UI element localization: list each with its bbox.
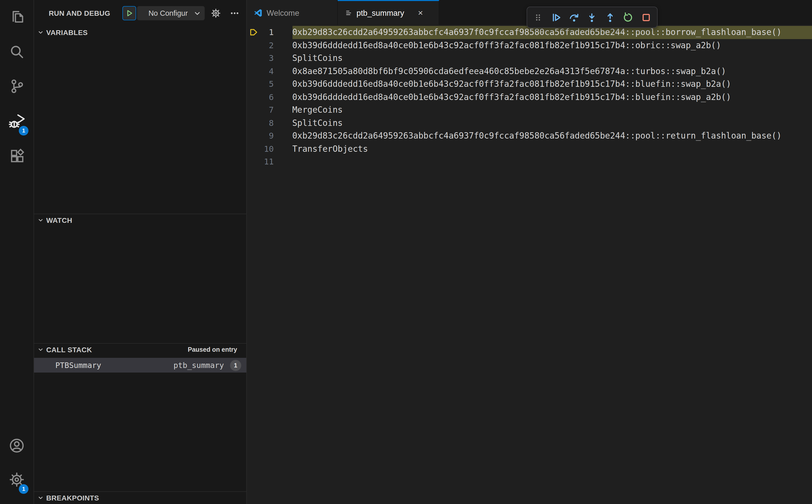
call-stack-section-header[interactable]: CALL STACK Paused on entry bbox=[34, 344, 246, 356]
breakpoint-gutter[interactable]: 7 bbox=[247, 104, 292, 116]
line-text[interactable] bbox=[292, 155, 812, 168]
breakpoints-section: BREAKPOINTS bbox=[34, 491, 246, 504]
watch-section: WATCH bbox=[34, 214, 246, 343]
source-control-icon[interactable] bbox=[5, 74, 29, 98]
line-number: 1 bbox=[247, 26, 274, 39]
tab-label: Welcome bbox=[266, 8, 299, 18]
line-text[interactable]: 0x8ae871505a80d8bf6bf9c05906cda6edfeea46… bbox=[292, 65, 812, 78]
breakpoint-gutter[interactable]: 10 bbox=[247, 142, 292, 155]
variables-section: VARIABLES bbox=[34, 26, 246, 214]
vscode-logo-icon bbox=[254, 9, 262, 17]
sidebar-title: RUN AND DEBUG bbox=[49, 9, 110, 17]
line-number: 4 bbox=[247, 65, 274, 78]
variables-section-header[interactable]: VARIABLES bbox=[34, 26, 246, 39]
start-debug-button[interactable] bbox=[122, 6, 136, 20]
close-icon[interactable]: × bbox=[416, 8, 426, 18]
breakpoint-gutter[interactable]: 4 bbox=[247, 65, 292, 78]
vscode-window: 1 1 bbox=[0, 0, 812, 504]
frame-source: ptb_summary bbox=[173, 361, 224, 370]
code-line: 5 0xb39d6dddedd16ed8a40ce0b1e6b43c92acf0… bbox=[247, 78, 812, 91]
line-number: 2 bbox=[247, 39, 274, 52]
restart-icon[interactable] bbox=[620, 9, 636, 25]
line-number: 6 bbox=[247, 91, 274, 104]
code-area: 1 0xb29d83c26cdd2a64959263abbcfc4a6937f0… bbox=[247, 26, 812, 168]
accounts-icon[interactable] bbox=[5, 433, 29, 458]
more-actions-icon[interactable] bbox=[227, 6, 242, 20]
tab-welcome[interactable]: Welcome bbox=[247, 0, 338, 25]
breakpoint-gutter[interactable]: 5 bbox=[247, 78, 292, 91]
line-number: 7 bbox=[247, 104, 274, 116]
line-number: 5 bbox=[247, 78, 274, 91]
line-text[interactable]: SplitCoins bbox=[292, 116, 812, 129]
breakpoints-section-header[interactable]: BREAKPOINTS bbox=[34, 492, 246, 504]
code-line: 6 0xb39d6dddedd16ed8a40ce0b1e6b43c92acf0… bbox=[247, 91, 812, 104]
code-line: 7 MergeCoins bbox=[247, 104, 812, 116]
breakpoint-gutter[interactable]: 2 bbox=[247, 39, 292, 52]
code-line: 10 TransferObjects bbox=[247, 142, 812, 155]
breakpoint-gutter[interactable]: 1 bbox=[247, 26, 292, 39]
code-line: 2 0xb39d6dddedd16ed8a40ce0b1e6b43c92acf0… bbox=[247, 39, 812, 52]
chevron-down-icon bbox=[194, 10, 201, 16]
line-text[interactable]: SplitCoins bbox=[292, 52, 812, 65]
debug-toolbar bbox=[527, 7, 658, 28]
debug-config-label: No Configur bbox=[142, 9, 194, 17]
debug-config-dropdown[interactable]: No Configur bbox=[137, 6, 205, 20]
frame-line-badge: 1 bbox=[230, 360, 241, 371]
debug-sidebar: RUN AND DEBUG No Configur bbox=[34, 0, 247, 504]
list-file-icon bbox=[345, 9, 352, 17]
line-number: 10 bbox=[247, 142, 274, 155]
step-over-icon[interactable] bbox=[566, 9, 582, 25]
pause-status: Paused on entry bbox=[188, 346, 237, 353]
settings-count-badge: 1 bbox=[19, 484, 28, 494]
chevron-down-icon bbox=[38, 347, 44, 353]
line-number: 9 bbox=[247, 129, 274, 142]
line-number: 11 bbox=[247, 155, 274, 168]
watch-section-header[interactable]: WATCH bbox=[34, 214, 246, 226]
debug-count-badge: 1 bbox=[19, 126, 28, 136]
sidebar-header: RUN AND DEBUG No Configur bbox=[34, 0, 246, 26]
line-number: 3 bbox=[247, 52, 274, 65]
search-icon[interactable] bbox=[5, 40, 29, 64]
breakpoint-gutter[interactable]: 8 bbox=[247, 116, 292, 129]
editor-group: Welcome ptb_summary × bbox=[247, 0, 812, 504]
code-line: 11 bbox=[247, 155, 812, 168]
continue-icon[interactable] bbox=[548, 9, 564, 25]
breakpoint-gutter[interactable]: 6 bbox=[247, 91, 292, 104]
debug-launch-bar: No Configur bbox=[122, 6, 205, 20]
step-into-icon[interactable] bbox=[584, 9, 600, 25]
line-number: 8 bbox=[247, 116, 274, 129]
code-line: 8 SplitCoins bbox=[247, 116, 812, 129]
call-stack-frame-row[interactable]: PTBSummary ptb_summary 1 bbox=[34, 358, 246, 373]
line-text[interactable]: 0xb39d6dddedd16ed8a40ce0b1e6b43c92acf0ff… bbox=[292, 39, 812, 52]
code-line: 4 0x8ae871505a80d8bf6bf9c05906cda6edfeea… bbox=[247, 65, 812, 78]
explorer-icon[interactable] bbox=[5, 5, 29, 29]
debug-settings-gear-icon[interactable] bbox=[209, 6, 223, 20]
settings-gear-icon[interactable]: 1 bbox=[5, 467, 29, 492]
activity-bar: 1 1 bbox=[0, 0, 34, 504]
code-line: 9 0xb29d83c26cdd2a64959263abbcfc4a6937f0… bbox=[247, 129, 812, 142]
run-and-debug-icon[interactable]: 1 bbox=[5, 109, 29, 133]
line-text[interactable]: 0xb39d6dddedd16ed8a40ce0b1e6b43c92acf0ff… bbox=[292, 91, 812, 104]
chevron-down-icon bbox=[38, 29, 44, 36]
code-line: 3 SplitCoins bbox=[247, 52, 812, 65]
line-text[interactable]: MergeCoins bbox=[292, 104, 812, 116]
stop-icon[interactable] bbox=[638, 9, 654, 25]
line-text[interactable]: TransferObjects bbox=[292, 142, 812, 155]
line-text[interactable]: 0xb29d83c26cdd2a64959263abbcfc4a6937f0c9… bbox=[292, 129, 812, 142]
tab-ptb-summary[interactable]: ptb_summary × bbox=[338, 0, 439, 25]
breakpoint-gutter[interactable]: 9 bbox=[247, 129, 292, 142]
frame-name: PTBSummary bbox=[55, 361, 101, 370]
step-out-icon[interactable] bbox=[602, 9, 618, 25]
chevron-down-icon bbox=[38, 495, 44, 501]
chevron-down-icon bbox=[38, 217, 44, 223]
extensions-icon[interactable] bbox=[5, 144, 29, 168]
toolbar-drag-handle[interactable] bbox=[530, 9, 546, 25]
line-text[interactable]: 0xb39d6dddedd16ed8a40ce0b1e6b43c92acf0ff… bbox=[292, 78, 812, 91]
tab-label: ptb_summary bbox=[356, 8, 404, 18]
call-stack-section: CALL STACK Paused on entry PTBSummary pt… bbox=[34, 343, 246, 491]
breakpoint-gutter[interactable]: 3 bbox=[247, 52, 292, 65]
breakpoint-gutter[interactable]: 11 bbox=[247, 155, 292, 168]
